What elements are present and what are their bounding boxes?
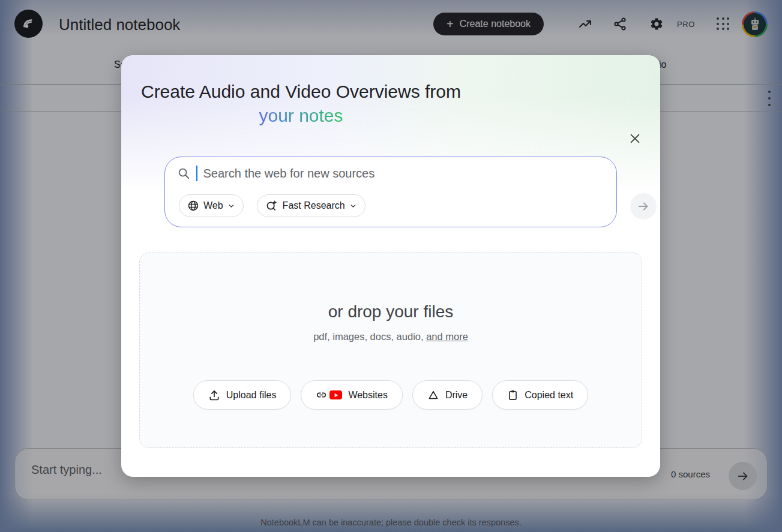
text-cursor (196, 166, 197, 181)
close-icon[interactable] (624, 128, 646, 149)
search-icon (177, 167, 190, 180)
websites-button[interactable]: Websites (301, 380, 403, 410)
modal-title-line2: your notes (259, 106, 343, 125)
chevron-down-icon (349, 202, 357, 210)
file-drop-zone[interactable]: or drop your files pdf, images, docs, au… (139, 253, 642, 448)
fast-research-icon (265, 199, 278, 212)
upload-icon (208, 389, 220, 401)
web-search-card: Web Fast Researc (164, 157, 617, 227)
research-mode-label: Fast Research (283, 200, 345, 211)
modal-title: Create Audio and Video Overviews from yo… (137, 80, 465, 128)
chevron-down-icon (227, 202, 235, 210)
copied-text-button[interactable]: Copied text (492, 380, 588, 410)
link-youtube-icon (316, 389, 342, 401)
source-buttons-row: Upload files Websites (140, 380, 642, 410)
modal-title-line1: Create Audio and Video Overviews from (141, 82, 461, 101)
globe-icon (187, 200, 199, 212)
youtube-icon (329, 390, 342, 399)
upload-files-label: Upload files (226, 390, 277, 401)
clipboard-icon (507, 389, 519, 401)
drop-zone-heading: or drop your files (140, 302, 642, 321)
file-types-text: pdf, images, docs, audio, (313, 331, 426, 342)
web-search-input[interactable] (203, 167, 528, 181)
copied-text-label: Copied text (525, 390, 573, 401)
web-scope-label: Web (203, 200, 223, 211)
web-scope-dropdown[interactable]: Web (179, 194, 244, 217)
upload-files-button[interactable]: Upload files (193, 380, 292, 410)
drive-icon (427, 389, 439, 401)
notebooklm-app: Untitled notebook + Create notebook (0, 0, 782, 532)
drive-label: Drive (445, 390, 468, 401)
create-sources-modal: Create Audio and Video Overviews from yo… (121, 55, 660, 477)
drive-button[interactable]: Drive (412, 380, 483, 410)
research-mode-dropdown[interactable]: Fast Research (257, 194, 365, 217)
and-more-link[interactable]: and more (426, 331, 468, 342)
search-submit-button[interactable] (630, 193, 657, 220)
websites-label: Websites (348, 390, 388, 401)
drop-zone-subtext: pdf, images, docs, audio, and more (140, 331, 642, 342)
